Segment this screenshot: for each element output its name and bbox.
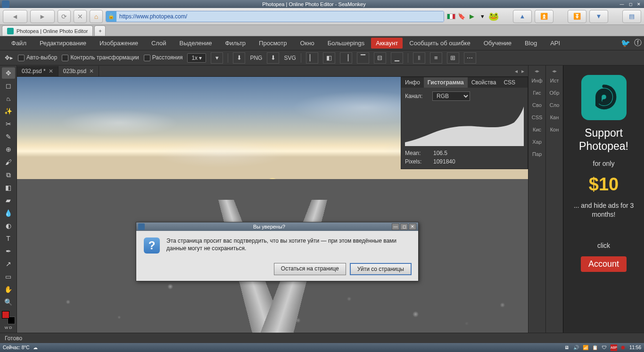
expand-right-icon[interactable]: ◂▸ (552, 67, 557, 74)
distribute-v-button[interactable]: ≡ (430, 52, 442, 64)
menu-api[interactable]: API (544, 37, 567, 49)
clone-tool[interactable]: ⧉ (2, 169, 15, 180)
crop-tool[interactable]: ✂ (2, 118, 15, 130)
type-tool[interactable]: T (2, 233, 15, 244)
bookmark-icon[interactable]: 🔖 (457, 12, 466, 21)
flag-italy-icon[interactable] (447, 14, 455, 19)
dropdown-icon[interactable]: ▾ (478, 12, 487, 21)
color-swatches[interactable] (2, 311, 15, 324)
canvas[interactable]: Инфо Гистограмма Свойства CSS Канал: RGB (17, 77, 528, 333)
url-text[interactable]: https://www.photopea.com/ (116, 11, 444, 22)
taskbar-clock[interactable]: 11:56 (629, 345, 641, 350)
tray-stop-icon[interactable]: ⬣ (620, 344, 627, 351)
menu-file[interactable]: Файл (5, 37, 33, 49)
sc-history[interactable]: Ист (546, 74, 563, 87)
doc-tabs-prev-icon[interactable]: ◂ (515, 68, 518, 74)
sc-channels[interactable]: Кан (546, 111, 563, 123)
channel-select[interactable]: RGB (432, 91, 470, 101)
panel-tab-histogram[interactable]: Гистограмма (424, 77, 468, 88)
pen-tool[interactable]: ✒ (2, 246, 15, 257)
sc-swatches[interactable]: Обр (546, 87, 563, 99)
doc-tab-032[interactable]: 032.psd * ✕ (17, 66, 58, 76)
export-png-button[interactable]: ⬇ (233, 52, 245, 64)
url-bar[interactable]: 🔒 https://www.photopea.com/ (106, 11, 444, 22)
opt-distances[interactable]: Расстояния (144, 54, 183, 61)
sc-info[interactable]: Инф (528, 74, 545, 87)
twitter-icon[interactable]: 🐦 (619, 39, 632, 48)
sc-properties[interactable]: Сво (528, 99, 545, 111)
stay-button[interactable]: Остаться на странице (274, 263, 346, 275)
browser-tab-photopea[interactable]: Photopea | Online Photo Editor (2, 25, 93, 36)
zoom-menu-button[interactable]: ▾ (211, 52, 223, 64)
align-left-button[interactable]: ▏ (306, 52, 318, 64)
align-center-v-button[interactable]: ⊟ (374, 52, 386, 64)
marquee-tool[interactable]: ◻ (2, 80, 15, 91)
scroll-bottom-button[interactable]: ▼ (589, 10, 608, 23)
panel-tab-css[interactable]: CSS (500, 77, 519, 88)
brush-tool[interactable]: 🖌 (2, 156, 15, 168)
home-button[interactable]: ⌂ (90, 10, 103, 23)
leave-button[interactable]: Уйти со страницы (350, 263, 412, 275)
tray-shield-icon[interactable]: 🛡 (601, 344, 608, 351)
sc-brush[interactable]: Кис (528, 123, 545, 136)
eyedropper-tool[interactable]: ✎ (2, 131, 15, 142)
eraser-tool[interactable]: ◧ (2, 182, 15, 193)
wand-tool[interactable]: ✨ (2, 106, 15, 117)
more-align-button[interactable]: ⋯ (464, 52, 476, 64)
dodge-tool[interactable]: ◐ (2, 220, 15, 231)
frog-icon[interactable]: 🐸 (488, 11, 499, 22)
doc-tab-023b[interactable]: 023b.psd ✕ (58, 66, 99, 76)
menu-report-bug[interactable]: Сообщить об ошибке (403, 37, 477, 49)
distribute-spacing-button[interactable]: ⊞ (447, 52, 459, 64)
weather-widget[interactable]: Сейчас: 8°C (3, 345, 29, 350)
menu-view[interactable]: Просмотр (252, 37, 293, 49)
zoom-select[interactable]: 1x ▾ (187, 53, 206, 63)
menu-layer[interactable]: Слой (145, 37, 173, 49)
hand-tool[interactable]: ✋ (2, 284, 15, 295)
opt-transform-controls[interactable]: Контроль трансформации (62, 54, 139, 61)
menu-edit[interactable]: Редактирование (33, 37, 93, 49)
dialog-close-button[interactable]: ✕ (409, 223, 416, 230)
scroll-up-button[interactable]: ▲ (513, 10, 532, 23)
stop-button[interactable]: ✕ (74, 10, 87, 23)
sc-histogram[interactable]: Гис (528, 87, 545, 99)
menu-more[interactable]: Большерings (321, 37, 372, 49)
scroll-down-button[interactable]: ⏬ (568, 10, 586, 23)
distribute-h-button[interactable]: ⫴ (413, 52, 425, 64)
align-right-button[interactable]: ▕ (340, 52, 352, 64)
forward-button[interactable]: ► (30, 10, 55, 23)
tray-monitor-icon[interactable]: 🖥 (563, 344, 570, 351)
expand-left-icon[interactable]: ◂▸ (535, 67, 539, 74)
move-tool[interactable]: ✥ (2, 67, 15, 79)
sc-paths[interactable]: Кон (546, 123, 563, 136)
reload-button[interactable]: ⟳ (58, 10, 71, 23)
browser-new-tab-button[interactable]: ＋ (94, 25, 106, 36)
gradient-tool[interactable]: ▰ (2, 195, 15, 206)
tray-volume-icon[interactable]: 🔊 (573, 344, 579, 351)
align-bottom-button[interactable]: ▁ (391, 52, 403, 64)
path-tool[interactable]: ↗ (2, 258, 15, 270)
os-minimize-button[interactable]: — (619, 1, 625, 7)
doc-tabs-next-icon[interactable]: ▸ (521, 68, 524, 74)
dialog-minimize-button[interactable]: — (392, 223, 399, 230)
dialog-maximize-button[interactable]: ◻ (400, 223, 408, 230)
sc-paragraph[interactable]: Пар (528, 148, 545, 160)
back-button[interactable]: ◄ (3, 10, 27, 23)
ad-account-button[interactable]: Account (581, 256, 627, 272)
foreground-swatch[interactable] (2, 311, 9, 319)
tray-network-icon[interactable]: 📶 (582, 344, 589, 351)
lasso-tool[interactable]: ⏢ (2, 93, 15, 104)
doc-tab-close-icon[interactable]: ✕ (89, 68, 94, 74)
menu-filter[interactable]: Фильтр (218, 37, 252, 49)
tray-abp-icon[interactable]: ABP (611, 344, 617, 351)
menu-select[interactable]: Выделение (173, 37, 219, 49)
heal-tool[interactable]: ⊕ (2, 144, 15, 155)
panel-tab-info[interactable]: Инфо (401, 77, 424, 88)
menu-blog[interactable]: Blog (518, 37, 544, 49)
doc-tab-close-icon[interactable]: ✕ (49, 68, 53, 74)
align-center-h-button[interactable]: ◧ (323, 52, 335, 64)
shape-tool[interactable]: ▭ (2, 271, 15, 282)
menu-learn[interactable]: Обучение (477, 37, 518, 49)
export-svg-button[interactable]: ⬇ (267, 52, 279, 64)
sidebar-toggle-button[interactable]: ▤ (622, 10, 641, 23)
